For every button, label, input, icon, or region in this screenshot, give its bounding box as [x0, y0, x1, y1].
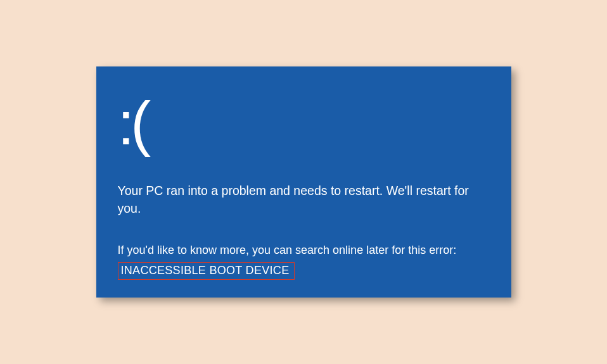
sad-face-icon: :(	[118, 93, 490, 154]
bsod-window: :( Your PC ran into a problem and needs …	[96, 66, 511, 298]
error-code-highlight: INACCESSIBLE BOOT DEVICE	[118, 262, 295, 280]
bsod-primary-message: Your PC ran into a problem and needs to …	[118, 182, 485, 218]
error-code: INACCESSIBLE BOOT DEVICE	[121, 264, 290, 277]
bsod-secondary-message: If you'd like to know more, you can sear…	[118, 242, 490, 258]
